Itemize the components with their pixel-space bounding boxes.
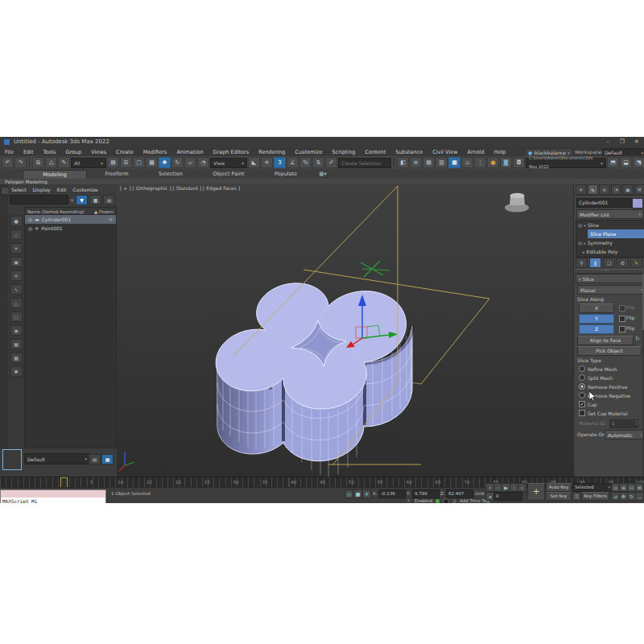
frozen-cell-icon[interactable]: ✱ xyxy=(109,217,113,222)
slice-rollout-header[interactable]: ▾ Slice xyxy=(576,274,644,283)
menu-civil-view[interactable]: Civil View xyxy=(427,149,462,155)
search-clear-icon[interactable]: ✕ xyxy=(70,197,74,203)
select-and-scale-icon[interactable]: ▱ xyxy=(184,157,196,168)
stack-item-symmetry[interactable]: ◎ ▸ Symmetry xyxy=(576,238,644,247)
rendered-frame-icon[interactable]: ◘ xyxy=(513,157,525,168)
menu-rendering[interactable]: Rendering xyxy=(254,149,290,155)
select-and-manipulate-icon[interactable]: ✛ xyxy=(261,157,273,168)
filter-frozen-icon[interactable]: ✱ xyxy=(10,366,23,377)
collapse-arrow-icon[interactable]: ▸ xyxy=(583,250,585,254)
flip-y-checkbox[interactable] xyxy=(619,316,625,322)
grid-view-icon[interactable]: ▦ xyxy=(101,454,114,464)
maxscript-mini-listener[interactable]: MAXScript Mi xyxy=(0,489,106,503)
mirror-icon[interactable]: ◧ xyxy=(397,157,409,168)
maximize-viewport-icon[interactable]: ◡ xyxy=(635,492,644,501)
tab-motion-icon[interactable]: ◔ xyxy=(611,184,622,195)
align-icon[interactable]: ≌ xyxy=(410,157,422,168)
x-coordinate-field[interactable]: -0.136 xyxy=(378,489,406,498)
filter-cameras-icon[interactable]: ▣ xyxy=(10,257,23,267)
tab-populate[interactable]: Populate xyxy=(264,170,308,179)
select-object-icon[interactable]: ▤ xyxy=(107,157,119,168)
lock-icon[interactable]: ■ xyxy=(89,195,101,205)
filter-lights-icon[interactable]: ☀ xyxy=(10,243,23,254)
close-icon[interactable]: ✕ xyxy=(631,138,642,145)
record-toggle[interactable] xyxy=(443,498,449,503)
menu-create[interactable]: Create xyxy=(111,149,138,155)
column-name[interactable]: Name (Sorted Ascending) xyxy=(27,209,85,214)
y-coordinate-field[interactable]: 9.798 xyxy=(412,489,440,498)
tab-hierarchy-icon[interactable]: ⋔ xyxy=(599,184,610,195)
redo-icon[interactable]: ↷ xyxy=(14,157,27,168)
maximize-icon[interactable]: ❐ xyxy=(617,138,628,145)
spinner-snap-icon[interactable]: ⇅ xyxy=(312,157,324,168)
percent-snap-icon[interactable]: % xyxy=(299,157,312,168)
layer-manager-icon[interactable]: ▤ xyxy=(423,157,435,168)
collapse-arrow-icon[interactable]: ▸ xyxy=(584,241,586,246)
maxscript-macro-row[interactable] xyxy=(1,490,105,497)
filter-xref-icon[interactable]: ▦ xyxy=(10,339,23,349)
select-and-place-icon[interactable]: ◔ xyxy=(197,157,209,168)
tab-create-icon[interactable]: ✛ xyxy=(576,184,587,195)
unlink-icon[interactable]: ⧋ xyxy=(45,157,57,168)
modifier-list-dropdown[interactable]: Modifier List ▾ xyxy=(576,209,644,219)
menu-substance[interactable]: Substance xyxy=(390,149,427,155)
reference-coordinate-dropdown[interactable]: View▾ xyxy=(210,158,247,168)
align-to-face-button[interactable]: Align to Face xyxy=(577,336,634,345)
filter-containers-icon[interactable]: ▢ xyxy=(10,312,23,322)
minimize-icon[interactable]: – xyxy=(602,138,613,145)
tab-selection[interactable]: Selection xyxy=(148,170,193,179)
polygon-modeling-panel-label[interactable]: Polygon Modeling xyxy=(5,179,47,184)
z-coordinate-field[interactable]: 62.497 xyxy=(446,489,473,498)
list-item[interactable]: ◎ ▬ Cylinder001 ✱ xyxy=(25,215,116,224)
tab-modify-icon[interactable]: ∿ xyxy=(588,184,599,195)
slice-z-button[interactable]: Z xyxy=(579,324,614,334)
explorer-menu-select[interactable]: Select xyxy=(8,187,30,192)
explorer-menu-customize[interactable]: Customize xyxy=(69,187,101,192)
import-file-icon[interactable]: ⬒ xyxy=(607,157,619,168)
remove-modifier-icon[interactable]: ♻ xyxy=(617,258,629,268)
bind-spacewarp-icon[interactable]: ✎ xyxy=(58,157,70,168)
configure-modifier-icon[interactable]: ✎ xyxy=(630,258,642,268)
window-crossing-icon[interactable]: ▩ xyxy=(146,157,158,168)
column-frozen[interactable]: ▲ Frozen xyxy=(94,209,114,214)
tab-utilities-icon[interactable]: ⚒ xyxy=(634,184,644,195)
rectangular-selection-icon[interactable]: ▢ xyxy=(133,157,145,168)
refine-mesh-radio[interactable] xyxy=(579,365,585,372)
search-filter-icon[interactable]: ▼ xyxy=(76,195,88,205)
zoom-extents-all-icon[interactable]: ⊠ xyxy=(635,483,644,492)
select-and-move-icon[interactable]: ✥ xyxy=(159,157,171,168)
tab-freeform[interactable]: Freeform xyxy=(95,170,138,179)
filter-geometry-icon[interactable]: ● xyxy=(10,216,23,226)
eye-icon[interactable]: ◎ xyxy=(578,222,582,228)
schematic-view-icon[interactable]: ⋮ xyxy=(474,157,486,168)
tab-object-paint[interactable]: Object Paint xyxy=(203,170,254,179)
menu-arnold[interactable]: Arnold xyxy=(463,149,489,155)
menu-tools[interactable]: Tools xyxy=(38,149,60,155)
menu-group[interactable]: Group xyxy=(61,149,87,155)
slice-plane-type-dropdown[interactable]: Planar ▾ xyxy=(577,285,644,295)
snap-toggle-icon[interactable]: 3 xyxy=(274,157,286,168)
eye-icon[interactable]: ◎ xyxy=(578,240,582,246)
menu-edit[interactable]: Edit xyxy=(19,149,39,155)
explorer-options-icon[interactable]: ▤ xyxy=(103,195,115,205)
filter-helpers-icon[interactable]: ✛ xyxy=(10,270,23,281)
explorer-search-input[interactable] xyxy=(10,195,68,204)
object-color-swatch[interactable] xyxy=(632,198,643,208)
pick-object-button[interactable]: Pick Object xyxy=(577,346,642,356)
filter-groups-icon[interactable]: ▩ xyxy=(10,353,23,363)
open-folder-icon[interactable]: ⬔ xyxy=(633,157,644,168)
go-to-end-icon[interactable]: » xyxy=(518,483,526,492)
selection-lock-icon[interactable]: ■ xyxy=(353,489,362,498)
explorer-menu-display[interactable]: Display xyxy=(30,187,54,192)
selection-preview-button[interactable] xyxy=(2,449,22,470)
tab-display-icon[interactable]: ▣ xyxy=(622,184,634,195)
show-end-result-icon[interactable]: ∥ xyxy=(589,258,601,268)
menu-content[interactable]: Content xyxy=(360,149,390,155)
menu-modifiers[interactable]: Modifiers xyxy=(138,149,172,155)
keyboard-override-icon[interactable]: ☼ xyxy=(407,498,411,503)
scene-explorer-icon[interactable]: ▥ xyxy=(436,157,448,168)
stack-item-slice-plane[interactable]: Slice Plane xyxy=(588,229,644,238)
project-folder-dropdown[interactable]: C:\Users\Admin\Documents\3ds Max 2022▾ xyxy=(526,158,606,168)
menu-scripting[interactable]: Scripting xyxy=(328,149,361,155)
slice-x-button[interactable]: X xyxy=(579,303,614,313)
